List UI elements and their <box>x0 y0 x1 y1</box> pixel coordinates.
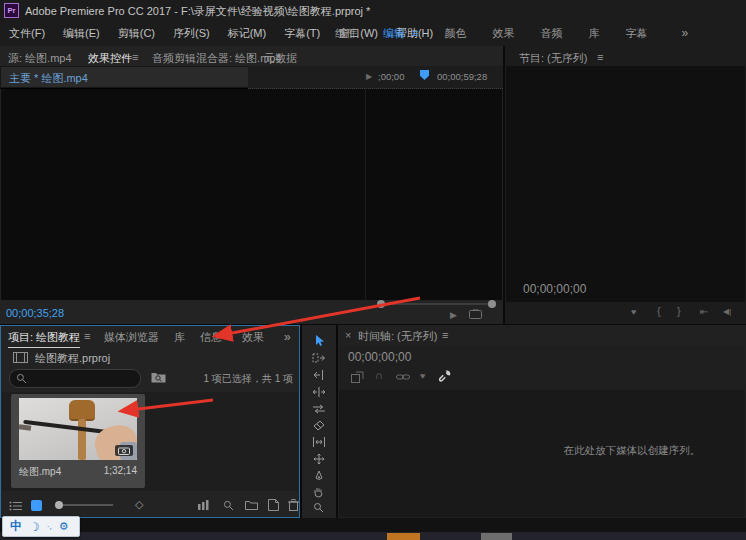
panel-menu-icon[interactable]: ≡ <box>412 27 418 39</box>
tab-media-browser[interactable]: 媒体浏览器 <box>104 330 159 345</box>
tab-program-monitor[interactable]: 节目: (无序列) <box>519 51 587 66</box>
workspace-tab-effects[interactable]: 效果 <box>492 20 514 46</box>
tab-timeline[interactable]: 时间轴: (无序列) <box>358 329 437 344</box>
tab-libraries[interactable]: 库 <box>174 330 185 345</box>
thumbnail-zoom-track[interactable] <box>63 504 113 506</box>
snap-icon[interactable]: ∩ <box>375 369 383 381</box>
tab-effects[interactable]: 效果 <box>242 330 264 345</box>
go-to-in-icon[interactable]: ⇤ <box>700 306 708 317</box>
workspace-tab-audio[interactable]: 音频 <box>540 20 562 46</box>
add-marker-icon[interactable]: ♥ <box>631 307 636 317</box>
thumbnail-size-icon[interactable]: ◇ <box>135 498 143 511</box>
menu-title[interactable]: 字幕(T) <box>275 20 329 46</box>
ime-fullwidth-moon-icon[interactable]: ☽ <box>29 520 40 534</box>
tab-project[interactable]: 项目: 绘图教程 <box>8 330 80 348</box>
project-file-name[interactable]: 绘图教程.prproj <box>35 351 110 366</box>
workspace-overflow-icon[interactable]: » <box>681 20 688 46</box>
tab-info[interactable]: 信息 <box>200 330 222 345</box>
project-tabs-overflow-icon[interactable]: » <box>284 330 291 344</box>
workspace-tab-assembly[interactable]: 组件 <box>335 20 357 46</box>
effects-split-divider[interactable] <box>365 89 366 300</box>
find-icon[interactable] <box>223 500 234 511</box>
menu-marker[interactable]: 标记(M) <box>219 20 276 46</box>
playhead-marker[interactable] <box>420 70 429 80</box>
razor-tool[interactable] <box>313 420 325 431</box>
source-current-timecode[interactable]: 00;00;35;28 <box>6 307 64 319</box>
panel-menu-icon[interactable]: ≡ <box>442 329 448 341</box>
hand-tool[interactable] <box>313 486 324 498</box>
clip-thumbnail[interactable] <box>19 398 137 460</box>
menu-bar: 文件(F)编辑(E)剪辑(C)序列(S)标记(M)字幕(T)窗口(W)帮助(H)… <box>0 20 746 46</box>
step-back-icon[interactable]: ◀| <box>723 307 731 316</box>
play-edit-icon[interactable]: ▶ <box>450 310 457 320</box>
mark-out-icon[interactable]: } <box>677 305 681 317</box>
menu-file[interactable]: 文件(F) <box>0 20 54 46</box>
bin-content-area[interactable]: 绘图.mp4 1;32;14 <box>2 392 298 491</box>
workspace-tab-titles[interactable]: 字幕 <box>625 20 647 46</box>
workspace-tab-libraries[interactable]: 库 <box>588 20 599 46</box>
effects-time-ruler[interactable]: ▶ ;00;00 00;00;59;28 <box>248 66 503 89</box>
ripple-edit-tool[interactable] <box>313 370 325 380</box>
rolling-edit-tool[interactable] <box>312 387 326 397</box>
new-item-icon[interactable] <box>268 499 279 511</box>
selection-tool[interactable] <box>313 334 325 347</box>
timeline-timecode[interactable]: 00;00;00;00 <box>348 350 411 364</box>
clip-title-box[interactable]: 主要 * 绘图.mp4 <box>1 67 248 87</box>
ime-punctuation-icon[interactable]: ·, <box>47 522 52 531</box>
export-frame-icon[interactable] <box>469 309 482 319</box>
panel-menu-icon[interactable]: ≡ <box>84 330 90 342</box>
zoom-scrollbar-track[interactable] <box>383 303 491 305</box>
close-panel-icon[interactable]: × <box>345 329 351 341</box>
menu-clip[interactable]: 剪辑(C) <box>109 20 164 46</box>
ime-mode-button[interactable]: 中 <box>10 518 22 535</box>
zoom-tool[interactable] <box>313 502 324 513</box>
timeline-settings-icon[interactable] <box>439 369 452 382</box>
mark-in-icon[interactable]: { <box>657 305 661 317</box>
ruler-start-label: ;00;00 <box>378 71 404 82</box>
thumbnail-zoom-handle[interactable] <box>55 501 63 509</box>
ime-settings-gear-icon[interactable]: ⚙ <box>59 520 69 533</box>
zoom-handle-left[interactable] <box>377 300 385 308</box>
linked-selection-icon[interactable] <box>396 373 410 381</box>
list-view-icon[interactable] <box>9 501 22 511</box>
panel-menu-icon[interactable]: ≡ <box>597 51 603 63</box>
project-panel: 项目: 绘图教程 ≡ 媒体浏览器 库 信息 效果 » 绘图教程.prproj 1… <box>0 325 300 518</box>
clip-name[interactable]: 绘图.mp4 <box>19 465 61 479</box>
icon-view-icon[interactable] <box>31 500 42 511</box>
pen-tool[interactable] <box>314 470 324 482</box>
media-file-icon <box>13 352 28 363</box>
effect-controls-panel: 源: 绘图.mp4 效果控件 ≡ 音频剪辑混合器: 绘图.mp4 元数据 主要 … <box>0 46 503 324</box>
workspace-tab-color[interactable]: 颜色 <box>444 20 466 46</box>
tab-audio-clip-mixer[interactable]: 音频剪辑混合器: 绘图.mp4 <box>152 51 282 66</box>
sort-icons-icon[interactable] <box>197 500 210 510</box>
menu-edit[interactable]: 编辑(E) <box>54 20 109 46</box>
timeline-drop-area[interactable]: 在此处放下媒体以创建序列。 <box>339 390 745 517</box>
panel-menu-icon[interactable]: ≡ <box>132 51 138 63</box>
program-transport-controls: ♥ { } ⇤ ◀| <box>505 302 746 324</box>
taskbar-app[interactable] <box>481 533 512 540</box>
new-bin-icon[interactable] <box>245 500 258 510</box>
program-monitor-panel: 节目: (无序列) ≡ 00;00;00;00 ♥ { } ⇤ ◀| <box>505 46 746 324</box>
add-marker-icon[interactable]: ♥ <box>420 371 425 381</box>
delete-icon[interactable] <box>288 499 299 511</box>
slide-tool[interactable] <box>313 453 325 465</box>
rate-stretch-tool[interactable] <box>312 404 326 414</box>
insert-overwrite-icon[interactable] <box>351 371 364 383</box>
play-toggle-icon[interactable]: ▶ <box>366 72 372 81</box>
slip-tool[interactable] <box>312 437 326 447</box>
track-select-forward-tool[interactable] <box>312 353 326 363</box>
title-bar: Pr Adobe Premiere Pro CC 2017 - F:\录屏文件\… <box>0 0 746 20</box>
window-title: Adobe Premiere Pro CC 2017 - F:\录屏文件\经验视… <box>25 4 370 19</box>
menu-sequence[interactable]: 序列(S) <box>164 20 219 46</box>
tab-source-monitor[interactable]: 源: 绘图.mp4 <box>8 51 72 66</box>
workspace-tab-editing[interactable]: 编辑 ≡ <box>383 20 418 46</box>
find-in-bin-icon[interactable] <box>151 371 166 383</box>
timeline-header: 00;00;00;00 ∩ ♥ <box>339 346 745 390</box>
program-timecode[interactable]: 00;00;00;00 <box>523 282 586 296</box>
search-box[interactable] <box>9 369 141 388</box>
clip-tile[interactable]: 绘图.mp4 1;32;14 <box>11 394 145 488</box>
search-input[interactable] <box>30 371 138 386</box>
tab-metadata[interactable]: 元数据 <box>264 51 297 66</box>
zoom-handle-right[interactable] <box>488 300 496 308</box>
taskbar-active-app[interactable] <box>387 533 420 540</box>
